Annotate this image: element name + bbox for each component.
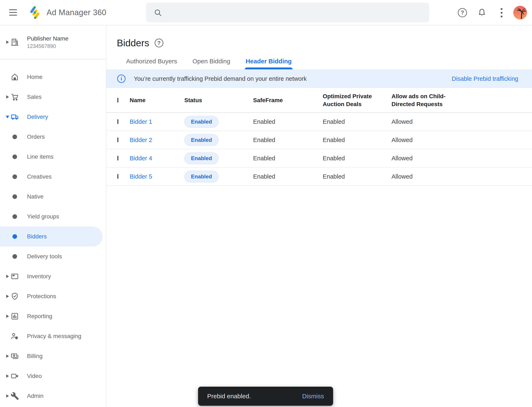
sidebar-item-bidders[interactable]: Bidders xyxy=(0,227,103,246)
tab-open-bidding[interactable]: Open Bidding xyxy=(192,58,231,69)
expand-caret-icon xyxy=(5,394,10,398)
bullet-icon xyxy=(10,134,19,139)
sidebar-item-line-items[interactable]: Line items xyxy=(0,147,106,167)
sidebar-item-protections[interactable]: Protections xyxy=(0,286,106,306)
expand-caret-icon xyxy=(5,354,10,358)
wrench-icon xyxy=(10,392,19,400)
person-shield-icon xyxy=(10,332,19,341)
bullet-icon xyxy=(10,174,19,179)
status-badge: Enabled xyxy=(184,134,219,146)
column-header-name: Name xyxy=(130,96,184,104)
ad-unit-icon xyxy=(10,272,19,281)
bidder-name-link[interactable]: Bidder 1 xyxy=(130,118,184,125)
row-checkbox[interactable] xyxy=(117,156,119,161)
sidebar-item-native[interactable]: Native xyxy=(0,187,106,207)
sidebar-item-home[interactable]: Home xyxy=(0,67,106,87)
tab-authorized-buyers[interactable]: Authorized Buyers xyxy=(125,58,178,69)
more-options-button[interactable] xyxy=(492,3,511,23)
status-badge: Enabled xyxy=(184,152,219,164)
sidebar-item-reporting[interactable]: Reporting xyxy=(0,306,106,326)
select-all-checkbox[interactable] xyxy=(117,98,119,102)
private-auction-value: Enabled xyxy=(323,173,392,180)
shield-check-icon xyxy=(10,292,19,301)
bullet-icon xyxy=(10,254,19,259)
column-header-allow-ads-child-directed: Allow ads on Child-Directed Requests xyxy=(392,92,452,108)
account-avatar[interactable] xyxy=(513,6,527,20)
sidebar-item-orders[interactable]: Orders xyxy=(0,127,106,147)
publisher-network-id: 1234567890 xyxy=(27,43,68,49)
notifications-button[interactable] xyxy=(472,3,492,23)
sidebar-item-delivery-tools[interactable]: Delivery tools xyxy=(0,246,106,266)
bidder-name-link[interactable]: Bidder 2 xyxy=(130,137,184,143)
publisher-name: Publisher Name xyxy=(27,35,68,42)
sidebar-item-video[interactable]: Video xyxy=(0,366,106,386)
main-content: Bidders ? Authorized Buyers Open Bidding… xyxy=(106,25,532,407)
info-icon: i xyxy=(117,75,126,83)
palm-tree-icon xyxy=(513,6,527,20)
search-bar[interactable] xyxy=(146,3,429,23)
expand-caret-icon xyxy=(5,295,10,298)
table-header-row: Name Status SafeFrame Optimized Private … xyxy=(106,88,532,113)
child-directed-value: Allowed xyxy=(392,137,532,143)
help-button[interactable]: ? xyxy=(453,3,472,23)
menu-icon[interactable] xyxy=(4,3,23,22)
row-checkbox[interactable] xyxy=(117,137,119,142)
help-icon: ? xyxy=(458,8,467,17)
ad-manager-logo-icon xyxy=(28,6,41,19)
status-badge: Enabled xyxy=(184,116,219,128)
building-icon xyxy=(10,38,19,47)
bullet-icon xyxy=(10,214,19,219)
dismiss-button[interactable]: Dismiss xyxy=(302,393,324,400)
search-icon xyxy=(153,8,162,17)
prebid-info-banner: i You’re currently trafficking Prebid de… xyxy=(106,69,532,88)
child-directed-value: Allowed xyxy=(392,173,532,180)
private-auction-value: Enabled xyxy=(323,155,392,162)
table-row: Bidder 2 Enabled Enabled Enabled Allowed xyxy=(106,131,532,149)
safeframe-value: Enabled xyxy=(253,118,323,125)
bar-chart-icon xyxy=(10,312,19,321)
row-checkbox[interactable] xyxy=(117,174,119,179)
sidebar-item-billing[interactable]: Billing xyxy=(0,346,106,366)
tab-bar: Authorized Buyers Open Bidding Header Bi… xyxy=(106,58,532,69)
bidder-name-link[interactable]: Bidder 5 xyxy=(130,173,184,180)
row-checkbox[interactable] xyxy=(117,119,119,124)
collapse-caret-icon xyxy=(5,116,10,118)
sidebar-item-inventory[interactable]: Inventory xyxy=(0,266,106,286)
sidebar-item-privacy-messaging[interactable]: Privacy & messaging xyxy=(0,326,106,346)
disable-prebid-trafficking-link[interactable]: Disable Prebid trafficking xyxy=(452,75,518,82)
sidebar-item-sales[interactable]: Sales xyxy=(0,87,106,107)
sidebar-item-yield-groups[interactable]: Yield groups xyxy=(0,207,106,227)
truck-icon xyxy=(10,113,19,121)
expand-caret-icon xyxy=(5,275,10,278)
bullet-icon xyxy=(10,234,19,239)
toast-message: Prebid enabled. xyxy=(207,393,251,400)
snackbar-toast: Prebid enabled. Dismiss xyxy=(198,387,333,406)
child-directed-value: Allowed xyxy=(392,155,532,162)
status-badge: Enabled xyxy=(184,171,219,182)
sidebar: Publisher Name 1234567890 Home xyxy=(0,25,106,407)
expand-caret-icon xyxy=(5,315,10,318)
cart-icon xyxy=(10,93,19,101)
publisher-switcher[interactable]: Publisher Name 1234567890 xyxy=(0,25,106,59)
column-header-status: Status xyxy=(184,96,253,104)
column-header-optimized-private-auction-deals: Optimized Private Auction Deals xyxy=(323,92,376,108)
table-row: Bidder 4 Enabled Enabled Enabled Allowed xyxy=(106,149,532,168)
sidebar-item-admin[interactable]: Admin xyxy=(0,386,106,406)
bullet-icon xyxy=(10,194,19,199)
sidebar-item-delivery[interactable]: Delivery xyxy=(0,107,106,127)
expand-caret-icon xyxy=(5,40,10,44)
safeframe-value: Enabled xyxy=(253,173,323,180)
expand-caret-icon xyxy=(5,374,10,378)
column-header-safeframe: SafeFrame xyxy=(253,96,323,104)
banner-message: You’re currently trafficking Prebid dema… xyxy=(134,75,307,82)
private-auction-value: Enabled xyxy=(323,118,392,125)
page-help-icon[interactable]: ? xyxy=(155,39,163,47)
bidder-name-link[interactable]: Bidder 4 xyxy=(130,155,184,162)
money-icon xyxy=(10,352,19,360)
sidebar-item-creatives[interactable]: Creatives xyxy=(0,167,106,187)
search-input[interactable] xyxy=(162,3,429,23)
bullet-icon xyxy=(10,155,19,159)
expand-caret-icon xyxy=(5,95,10,99)
tab-header-bidding[interactable]: Header Bidding xyxy=(245,58,293,69)
safeframe-value: Enabled xyxy=(253,137,323,143)
